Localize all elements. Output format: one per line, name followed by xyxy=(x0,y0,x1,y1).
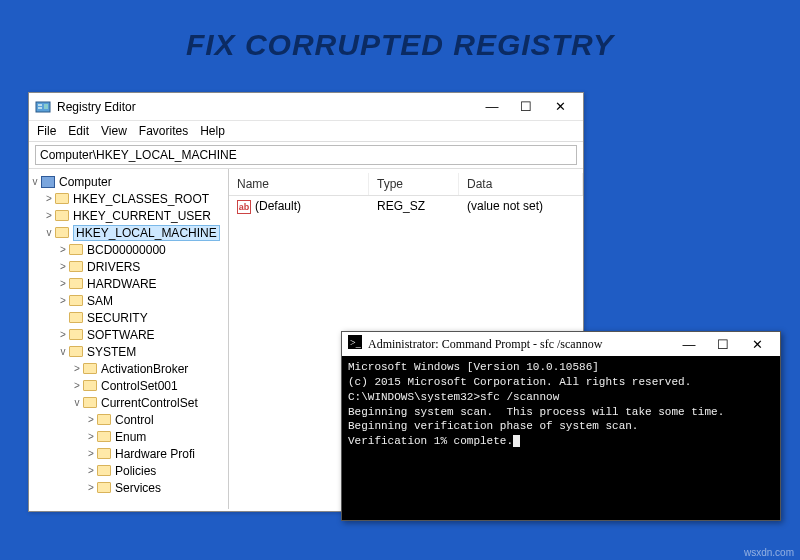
tree-node[interactable]: >HARDWARE xyxy=(29,275,228,292)
folder-icon xyxy=(69,261,83,272)
menu-favorites[interactable]: Favorites xyxy=(139,124,188,138)
cmd-line: Verification 1% complete. xyxy=(348,434,774,449)
chevron-right-icon[interactable]: > xyxy=(71,380,83,391)
list-item[interactable]: ab(Default) REG_SZ (value not set) xyxy=(229,196,583,217)
tree-node[interactable]: >Policies xyxy=(29,462,228,479)
tree-node-label: Computer xyxy=(59,175,112,189)
tree-node[interactable]: >SAM xyxy=(29,292,228,309)
svg-rect-2 xyxy=(38,107,42,109)
folder-icon xyxy=(83,380,97,391)
svg-text:>_: >_ xyxy=(350,337,362,348)
menu-help[interactable]: Help xyxy=(200,124,225,138)
col-data[interactable]: Data xyxy=(459,173,583,195)
cmd-line: C:\WINDOWS\system32>sfc /scannow xyxy=(348,390,774,405)
regedit-menubar: File Edit View Favorites Help xyxy=(29,121,583,142)
tree-node[interactable]: vHKEY_LOCAL_MACHINE xyxy=(29,224,228,241)
cmd-output[interactable]: Microsoft Windows [Version 10.0.10586](c… xyxy=(342,356,780,453)
maximize-button[interactable]: ☐ xyxy=(706,333,740,355)
close-button[interactable]: ✕ xyxy=(543,96,577,118)
list-header: Name Type Data xyxy=(229,173,583,196)
folder-icon xyxy=(97,414,111,425)
chevron-right-icon[interactable]: > xyxy=(57,261,69,272)
value-name: ab(Default) xyxy=(229,196,369,217)
chevron-right-icon[interactable]: > xyxy=(57,244,69,255)
tree-node-label: Services xyxy=(115,481,161,495)
folder-icon xyxy=(97,465,111,476)
tree-node-label: SYSTEM xyxy=(87,345,136,359)
tree-node[interactable]: >DRIVERS xyxy=(29,258,228,275)
close-button[interactable]: ✕ xyxy=(740,333,774,355)
col-name[interactable]: Name xyxy=(229,173,369,195)
tree-node-label: HKEY_CURRENT_USER xyxy=(73,209,211,223)
folder-icon xyxy=(69,329,83,340)
maximize-button[interactable]: ☐ xyxy=(509,96,543,118)
tree-node[interactable]: >HKEY_CLASSES_ROOT xyxy=(29,190,228,207)
chevron-down-icon[interactable]: v xyxy=(71,397,83,408)
col-type[interactable]: Type xyxy=(369,173,459,195)
folder-icon xyxy=(69,295,83,306)
tree-node[interactable]: SECURITY xyxy=(29,309,228,326)
chevron-right-icon[interactable]: > xyxy=(57,278,69,289)
tree-node-label: Policies xyxy=(115,464,156,478)
folder-icon xyxy=(97,482,111,493)
tree-node[interactable]: >SOFTWARE xyxy=(29,326,228,343)
chevron-right-icon[interactable]: > xyxy=(85,482,97,493)
folder-icon xyxy=(83,363,97,374)
tree-node-label: HKEY_CLASSES_ROOT xyxy=(73,192,209,206)
chevron-right-icon[interactable]: > xyxy=(85,414,97,425)
tree-node-label: SOFTWARE xyxy=(87,328,155,342)
tree-node-label: HKEY_LOCAL_MACHINE xyxy=(73,225,220,241)
regedit-address-input[interactable] xyxy=(35,145,577,165)
tree-node-label: Control xyxy=(115,413,154,427)
cmd-line: Beginning verification phase of system s… xyxy=(348,419,774,434)
chevron-right-icon[interactable]: > xyxy=(85,431,97,442)
svg-rect-1 xyxy=(38,104,42,106)
regedit-titlebar[interactable]: Registry Editor — ☐ ✕ xyxy=(29,93,583,121)
cmd-line: Beginning system scan. This process will… xyxy=(348,405,774,420)
chevron-down-icon[interactable]: v xyxy=(57,346,69,357)
cmd-title: Administrator: Command Prompt - sfc /sca… xyxy=(368,337,672,352)
tree-node[interactable]: >ControlSet001 xyxy=(29,377,228,394)
cursor xyxy=(513,435,520,447)
menu-file[interactable]: File xyxy=(37,124,56,138)
tree-node-label: ActivationBroker xyxy=(101,362,188,376)
folder-icon xyxy=(55,227,69,238)
registry-tree[interactable]: vComputer>HKEY_CLASSES_ROOT>HKEY_CURRENT… xyxy=(29,169,229,509)
folder-icon xyxy=(69,346,83,357)
tree-node-label: DRIVERS xyxy=(87,260,140,274)
regedit-title: Registry Editor xyxy=(57,100,475,114)
cmd-line: Microsoft Windows [Version 10.0.10586] xyxy=(348,360,774,375)
tree-node-label: CurrentControlSet xyxy=(101,396,198,410)
tree-node[interactable]: >HKEY_CURRENT_USER xyxy=(29,207,228,224)
tree-node[interactable]: vCurrentControlSet xyxy=(29,394,228,411)
folder-icon xyxy=(69,278,83,289)
chevron-right-icon[interactable]: > xyxy=(85,448,97,459)
folder-icon xyxy=(97,448,111,459)
tree-node[interactable]: vComputer xyxy=(29,173,228,190)
chevron-right-icon[interactable]: > xyxy=(71,363,83,374)
chevron-right-icon[interactable]: > xyxy=(57,295,69,306)
chevron-right-icon[interactable]: > xyxy=(57,329,69,340)
chevron-right-icon[interactable]: > xyxy=(43,193,55,204)
folder-icon xyxy=(69,312,83,323)
tree-node-label: SECURITY xyxy=(87,311,148,325)
folder-icon xyxy=(55,210,69,221)
tree-node[interactable]: >Hardware Profi xyxy=(29,445,228,462)
tree-node-label: BCD00000000 xyxy=(87,243,166,257)
chevron-right-icon[interactable]: > xyxy=(43,210,55,221)
minimize-button[interactable]: — xyxy=(475,96,509,118)
chevron-right-icon[interactable]: > xyxy=(85,465,97,476)
tree-node[interactable]: >BCD00000000 xyxy=(29,241,228,258)
chevron-down-icon[interactable]: v xyxy=(29,176,41,187)
tree-node[interactable]: >Control xyxy=(29,411,228,428)
tree-node[interactable]: >ActivationBroker xyxy=(29,360,228,377)
tree-node[interactable]: >Services xyxy=(29,479,228,496)
string-value-icon: ab xyxy=(237,200,251,214)
menu-view[interactable]: View xyxy=(101,124,127,138)
minimize-button[interactable]: — xyxy=(672,333,706,355)
menu-edit[interactable]: Edit xyxy=(68,124,89,138)
chevron-down-icon[interactable]: v xyxy=(43,227,55,238)
tree-node[interactable]: vSYSTEM xyxy=(29,343,228,360)
cmd-titlebar[interactable]: >_ Administrator: Command Prompt - sfc /… xyxy=(342,332,780,356)
tree-node[interactable]: >Enum xyxy=(29,428,228,445)
